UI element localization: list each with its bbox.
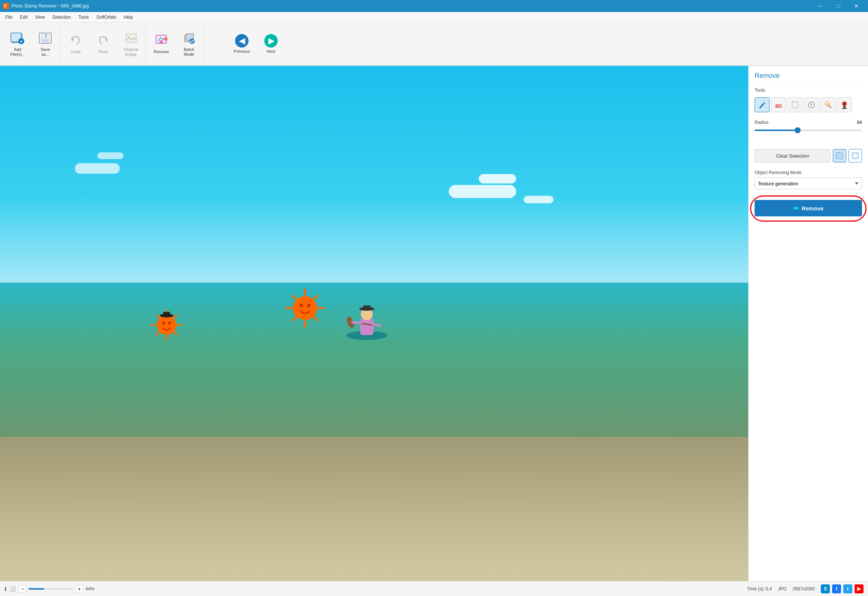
undo-button[interactable]: Undo — [63, 27, 89, 61]
save-as-button[interactable]: Saveas... — [32, 27, 58, 61]
facebook-icon[interactable]: f — [832, 584, 841, 593]
brush-tool-button[interactable] — [755, 97, 770, 112]
svg-rect-72 — [854, 154, 857, 157]
sun-creature-2 — [284, 288, 326, 329]
remove-action-label: Remove — [802, 205, 823, 212]
menu-tools[interactable]: Tools — [74, 13, 92, 21]
select-mode-inner-button[interactable] — [833, 149, 846, 162]
undo-icon — [68, 33, 83, 48]
titlebar: P Photo Stamp Remover - IMG_0486.jpg ─ □… — [0, 0, 868, 12]
radius-fill — [755, 130, 798, 131]
redo-button[interactable]: Redo — [90, 27, 116, 61]
menu-help[interactable]: Help — [120, 13, 137, 21]
svg-text:P: P — [4, 4, 7, 8]
panel-title: Remove — [755, 72, 862, 83]
menu-softorbits[interactable]: SoftOrbits — [92, 13, 120, 21]
original-image-button[interactable]: OriginalImage — [118, 27, 144, 61]
status-icon-select: ⬜ — [9, 586, 16, 592]
svg-rect-32 — [163, 312, 170, 316]
toolbar-file-group: + AddFile(s)... Saveas... — [3, 25, 60, 63]
previous-label: Previous — [234, 49, 250, 54]
clear-selection-button[interactable]: Clear Selection — [755, 149, 831, 162]
main-area: Remove Tools — [0, 66, 868, 581]
twitter-icon[interactable]: t — [843, 584, 852, 593]
add-files-button[interactable]: + AddFile(s)... — [4, 27, 31, 61]
remove-arrow-icon: ➡ — [793, 204, 799, 212]
toolbar: + AddFile(s)... Saveas... — [0, 22, 868, 66]
lasso-tool-button[interactable] — [804, 97, 819, 112]
select-mode-outer-button[interactable] — [849, 149, 862, 162]
stamp-icon — [840, 101, 849, 109]
svg-rect-7 — [42, 39, 49, 43]
toolbar-remove-group: Remove BatchMode — [147, 25, 204, 63]
menu-selection[interactable]: Selection — [49, 13, 74, 21]
previous-icon: ◀ — [235, 34, 249, 48]
eraser-icon — [774, 101, 783, 109]
zoom-label: 44% — [85, 586, 94, 592]
magic-wand-icon — [824, 101, 832, 109]
zoom-out-button[interactable]: − — [19, 585, 26, 593]
youtube-icon[interactable]: ▶ — [855, 584, 864, 593]
svg-rect-57 — [792, 102, 798, 108]
menu-view[interactable]: View — [31, 13, 49, 21]
menu-edit[interactable]: Edit — [16, 13, 31, 21]
menu-file[interactable]: File — [1, 13, 16, 21]
svg-rect-15 — [160, 40, 163, 43]
cloud-2 — [479, 174, 516, 183]
svg-line-21 — [173, 315, 177, 319]
next-button[interactable]: ▶ Next — [258, 27, 284, 61]
status-right: Time (s): 0.4 JPG 2667x2000 S f t ▶ — [747, 584, 864, 593]
close-button[interactable]: ✕ — [848, 0, 865, 12]
previous-button[interactable]: ◀ Previous — [229, 27, 255, 61]
cloud-4 — [75, 163, 120, 174]
original-image-label: OriginalImage — [124, 47, 138, 57]
zoom-slider[interactable] — [28, 588, 73, 590]
shore-layer — [0, 437, 748, 581]
batch-mode-button[interactable]: BatchMode — [176, 27, 202, 61]
svg-point-29 — [162, 322, 165, 325]
lasso-icon — [807, 101, 816, 109]
social-icons: S f t ▶ — [821, 584, 864, 593]
right-panel: Remove Tools — [748, 66, 868, 581]
cloud-5 — [97, 152, 124, 159]
svg-point-60 — [825, 102, 829, 106]
radius-slider[interactable] — [755, 127, 862, 134]
mode-dropdown[interactable]: Texture generation Smart fill Blur Inpai… — [755, 177, 862, 189]
svg-line-25 — [156, 331, 160, 335]
svg-line-36 — [313, 316, 317, 320]
eraser-tool-button[interactable] — [771, 97, 786, 112]
remove-toolbar-label: Remove — [154, 49, 169, 54]
toolbar-nav-group: ◀ Previous ▶ Next — [227, 25, 286, 63]
radius-thumb[interactable] — [795, 127, 801, 133]
radius-label: Radius — [755, 120, 768, 125]
remove-action-button[interactable]: ➡ Remove — [755, 200, 862, 216]
stamp-tool-button[interactable] — [837, 97, 852, 112]
svg-point-58 — [811, 104, 812, 106]
svg-point-41 — [293, 296, 317, 320]
svg-line-51 — [353, 322, 361, 323]
brush-icon — [758, 101, 766, 109]
window-controls: ─ □ ✕ — [812, 0, 865, 12]
maximize-button[interactable]: □ — [830, 0, 847, 12]
svg-point-53 — [759, 107, 761, 108]
svg-rect-66 — [843, 106, 846, 108]
cloud-1 — [449, 185, 516, 198]
sun-creature-1 — [150, 308, 183, 342]
select-outer-icon — [852, 152, 859, 159]
zoom-controls: − + 44% — [19, 585, 94, 593]
remove-toolbar-button[interactable]: Remove — [148, 27, 174, 61]
svg-point-42 — [299, 304, 303, 307]
svg-line-27 — [156, 315, 160, 319]
app-icon: P — [3, 3, 9, 9]
softorbits-icon[interactable]: S — [821, 584, 830, 593]
remove-toolbar-icon — [154, 33, 169, 48]
next-icon: ▶ — [264, 34, 278, 48]
zoom-in-button[interactable]: + — [76, 585, 83, 593]
minimize-button[interactable]: ─ — [812, 0, 829, 12]
add-files-label: AddFile(s)... — [10, 47, 25, 57]
magic-wand-tool-button[interactable] — [820, 97, 835, 112]
save-as-icon — [38, 31, 53, 46]
canvas-area[interactable] — [0, 66, 748, 581]
rect-select-tool-button[interactable] — [788, 97, 802, 112]
svg-rect-55 — [776, 104, 778, 107]
